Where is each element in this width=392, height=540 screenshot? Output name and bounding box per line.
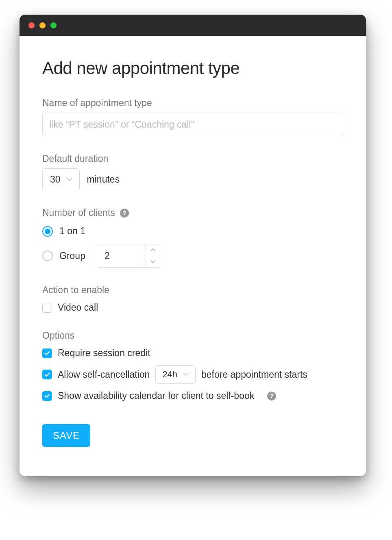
video-call-label: Video call bbox=[58, 302, 98, 313]
name-input[interactable] bbox=[42, 113, 343, 136]
self-cancel-row: Allow self-cancellation 24h before appoi… bbox=[42, 365, 343, 384]
stepper-down[interactable] bbox=[146, 256, 160, 268]
show-availability-label: Show availability calendar for client to… bbox=[58, 390, 254, 401]
radio-group-label: Group bbox=[59, 250, 85, 261]
window-zoom-icon[interactable] bbox=[50, 22, 57, 28]
duration-unit: minutes bbox=[87, 174, 120, 185]
app-window: Add new appointment type Name of appoint… bbox=[20, 15, 366, 476]
require-credit-label: Require session credit bbox=[58, 348, 150, 359]
self-cancel-suffix: before appointment starts bbox=[201, 369, 307, 380]
radio-group[interactable] bbox=[42, 250, 53, 261]
clients-label: Number of clients ? bbox=[42, 207, 343, 218]
show-availability-row: Show availability calendar for client to… bbox=[42, 390, 343, 401]
field-clients: Number of clients ? 1 on 1 Group 2 bbox=[42, 207, 343, 268]
radio-one-on-one-row: 1 on 1 bbox=[42, 226, 343, 237]
cancel-window-select[interactable]: 24h bbox=[155, 365, 196, 384]
self-cancel-checkbox[interactable] bbox=[42, 370, 52, 379]
name-label: Name of appointment type bbox=[42, 98, 343, 109]
radio-one-on-one-label: 1 on 1 bbox=[59, 226, 85, 237]
field-name: Name of appointment type bbox=[42, 98, 343, 136]
require-credit-row: Require session credit bbox=[42, 348, 343, 359]
stepper-up[interactable] bbox=[146, 244, 160, 256]
page-title: Add new appointment type bbox=[42, 59, 343, 78]
group-count-stepper[interactable]: 2 bbox=[97, 244, 160, 268]
window-minimize-icon[interactable] bbox=[39, 22, 46, 28]
duration-label: Default duration bbox=[42, 153, 343, 164]
help-icon[interactable]: ? bbox=[267, 392, 276, 401]
show-availability-checkbox[interactable] bbox=[42, 391, 52, 401]
form-content: Add new appointment type Name of appoint… bbox=[20, 36, 366, 476]
radio-one-on-one[interactable] bbox=[42, 226, 53, 237]
field-options: Options Require session credit Allow sel… bbox=[42, 330, 343, 401]
group-count-value: 2 bbox=[97, 244, 146, 267]
window-close-icon[interactable] bbox=[28, 22, 35, 28]
duration-value: 30 bbox=[50, 174, 61, 185]
save-button[interactable]: SAVE bbox=[42, 424, 90, 447]
chevron-down-icon bbox=[66, 177, 73, 181]
window-titlebar bbox=[20, 15, 366, 36]
stepper-arrows bbox=[146, 244, 160, 267]
action-label: Action to enable bbox=[42, 285, 343, 296]
cancel-window-value: 24h bbox=[162, 369, 177, 380]
field-duration: Default duration 30 minutes bbox=[42, 153, 343, 190]
field-action: Action to enable Video call bbox=[42, 285, 343, 313]
options-label: Options bbox=[42, 330, 343, 341]
duration-select[interactable]: 30 bbox=[42, 168, 80, 190]
require-credit-checkbox[interactable] bbox=[42, 348, 52, 358]
chevron-down-icon bbox=[183, 372, 189, 377]
help-icon[interactable]: ? bbox=[120, 209, 129, 218]
self-cancel-label: Allow self-cancellation bbox=[58, 369, 150, 380]
radio-group-row: Group 2 bbox=[42, 244, 343, 268]
video-call-checkbox[interactable] bbox=[42, 303, 52, 313]
video-call-row: Video call bbox=[42, 302, 343, 313]
